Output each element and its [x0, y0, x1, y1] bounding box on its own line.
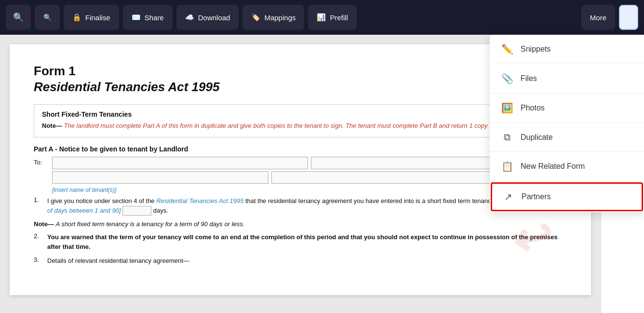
photos-label: Photos	[521, 104, 545, 112]
part-a-heading: Part A - Notice to be given to tenant by…	[34, 145, 567, 153]
item-2: 2. You are warned that the term of your …	[34, 232, 567, 251]
item-3: 3. Details of relevant residential tenan…	[34, 256, 567, 266]
menu-item-new-related-form[interactable]: 📋 New Related Form	[490, 152, 644, 181]
menu-item-files[interactable]: 📎 Files	[490, 64, 644, 94]
active-panel-button[interactable]	[619, 5, 638, 30]
days-suffix: days.	[153, 207, 168, 214]
table-icon: 📊	[317, 13, 326, 22]
download-icon: ☁️	[185, 13, 194, 22]
dropdown-menu: ✏️ Snippets 📎 Files 🖼️ Photos ⧉ Duplicat…	[490, 35, 644, 212]
item-1-num: 1.	[34, 196, 42, 216]
share-button[interactable]: ✉️ Share	[123, 5, 173, 30]
more-button[interactable]: More	[581, 5, 615, 30]
zoom-in-icon: 🔍	[13, 12, 24, 23]
menu-item-duplicate[interactable]: ⧉ Duplicate	[490, 123, 644, 152]
section-box: Short Fixed-Term Tenancies Note— The lan…	[34, 104, 567, 137]
note-2-label: Note—	[34, 220, 54, 228]
partners-label: Partners	[522, 192, 550, 201]
doc-subtitle: Residential Tenancies Act 1995	[34, 80, 567, 95]
prefill-button[interactable]: 📊 Prefill	[308, 5, 357, 30]
note-line: Note— The landlord must complete Part A …	[42, 122, 559, 129]
lock-icon: 🔒	[72, 13, 81, 22]
item-1: 1. I give you notice under section 4 of …	[34, 196, 567, 216]
new-related-form-label: New Related Form	[521, 162, 585, 171]
finalise-button[interactable]: 🔒 Finalise	[64, 5, 119, 30]
more-label: More	[590, 14, 606, 22]
download-button[interactable]: ☁️ Download	[176, 5, 239, 30]
new-related-form-icon: 📋	[501, 161, 513, 172]
menu-item-partners[interactable]: ↗ Partners	[491, 182, 643, 211]
photos-icon: 🖼️	[501, 102, 513, 114]
mappings-button[interactable]: 🏷️ Mappings	[242, 5, 304, 30]
inline-field-container[interactable]	[122, 206, 151, 216]
toolbar: 🔍 🔍 🔒 Finalise ✉️ Share ☁️ Download 🏷️ M…	[0, 0, 644, 35]
prefill-label: Prefill	[330, 14, 348, 22]
note-text: The landlord must complete Part A of thi…	[64, 122, 531, 129]
files-icon: 📎	[501, 73, 513, 84]
partners-icon: ↗	[502, 191, 514, 203]
note-label: Note—	[42, 122, 62, 129]
zoom-out-button[interactable]: 🔍	[35, 5, 60, 30]
tenant-name-field-1[interactable]	[52, 157, 308, 169]
download-label: Download	[198, 14, 230, 22]
note-2-text: A short fixed term tenancy is a tenancy …	[56, 220, 245, 228]
to-row: To: [insert name of tenant(s)]	[34, 157, 567, 193]
snippets-icon: ✏️	[501, 43, 513, 55]
act-name-italic: Residential Tenancies Act 1995	[156, 197, 243, 204]
menu-item-photos[interactable]: 🖼️ Photos	[490, 94, 644, 123]
to-label: To:	[34, 157, 48, 166]
section-heading: Short Fixed-Term Tenancies	[42, 110, 559, 118]
finalise-label: Finalise	[85, 14, 110, 22]
toolbar-right: More	[581, 5, 638, 30]
main-layout: Form 1 Residential Tenancies Act 1995 Sh…	[0, 35, 644, 313]
note-2-line: Note— A short fixed term tenancy is a te…	[34, 220, 567, 228]
duplicate-label: Duplicate	[521, 133, 553, 142]
menu-item-snippets[interactable]: ✏️ Snippets	[490, 35, 644, 64]
share-icon: ✉️	[132, 13, 141, 22]
item-3-num: 3.	[34, 256, 42, 266]
zoom-out-icon: 🔍	[43, 14, 52, 21]
tenant-name-field-3[interactable]	[52, 171, 268, 184]
duplicate-icon: ⧉	[501, 132, 513, 143]
item-1-text: I give you notice under section 4 of the…	[47, 196, 567, 216]
item-2-text: You are warned that the term of your ten…	[47, 232, 567, 251]
tag-icon: 🏷️	[251, 13, 260, 22]
mappings-label: Mappings	[264, 14, 295, 22]
snippets-label: Snippets	[521, 45, 550, 54]
zoom-in-button[interactable]: 🔍	[6, 5, 31, 30]
item-3-text: Details of relevant residential tenancy …	[47, 256, 567, 266]
files-label: Files	[521, 74, 537, 83]
item-2-num: 2.	[34, 232, 42, 251]
doc-title: Form 1	[34, 64, 567, 79]
share-label: Share	[145, 14, 164, 22]
